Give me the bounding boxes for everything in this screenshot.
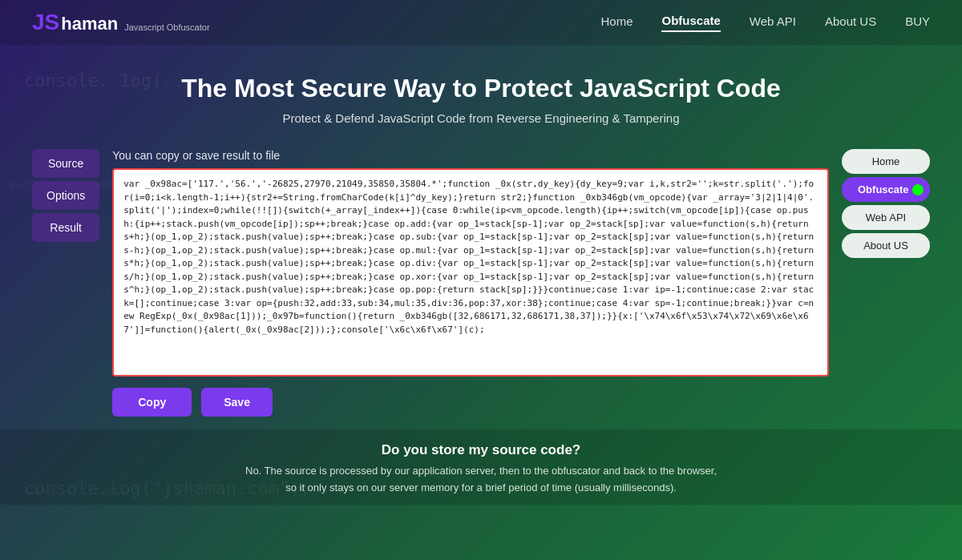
left-sidebar: Source Options Result [32,149,99,242]
hero-section: The Most Secure Way to Protect JavaScrip… [0,45,962,141]
sidebar-result[interactable]: Result [32,213,99,242]
logo: JS haman Javascript Obfuscator [32,10,210,35]
nav-home[interactable]: Home [600,14,633,31]
copy-button[interactable]: Copy [112,388,192,417]
main-layout: Source Options Result You can copy or sa… [0,141,962,417]
bottom-answer: No. The source is processed by our appli… [16,463,946,497]
indicator-dot [912,184,924,195]
right-sidebar: Home Obfuscate Web API About US [842,149,930,258]
logo-js: JS [32,10,59,35]
save-button[interactable]: Save [201,388,273,417]
navbar: JS haman Javascript Obfuscator Home Obfu… [0,0,962,45]
right-aboutus[interactable]: About US [842,233,930,258]
nav-buy[interactable]: BUY [905,14,930,31]
nav-obfuscate[interactable]: Obfuscate [661,14,720,32]
nav-webapi[interactable]: Web API [750,14,796,31]
action-buttons: Copy Save [112,388,829,417]
hero-title: The Most Secure Way to Protect JavaScrip… [16,74,946,103]
code-output-box[interactable]: var _0x98ac=['117.','56.','-26825,27970,… [112,168,829,377]
right-webapi[interactable]: Web API [842,205,930,230]
sidebar-source[interactable]: Source [32,149,99,178]
center-content: You can copy or save result to file var … [112,149,829,417]
logo-name: haman [61,14,118,34]
bottom-question: Do you store my source code? [16,442,946,458]
sidebar-options[interactable]: Options [32,181,99,210]
result-label: You can copy or save result to file [112,149,829,162]
right-home[interactable]: Home [842,149,930,174]
nav-aboutus[interactable]: About US [825,14,876,31]
hero-subtitle: Protect & Defend JavaScript Code from Re… [16,111,946,125]
bottom-section: Do you store my source code? No. The sou… [0,429,962,505]
right-obfuscate[interactable]: Obfuscate [842,177,930,202]
nav-links: Home Obfuscate Web API About US BUY [600,14,930,32]
logo-subtitle: Javascript Obfuscator [124,22,209,35]
